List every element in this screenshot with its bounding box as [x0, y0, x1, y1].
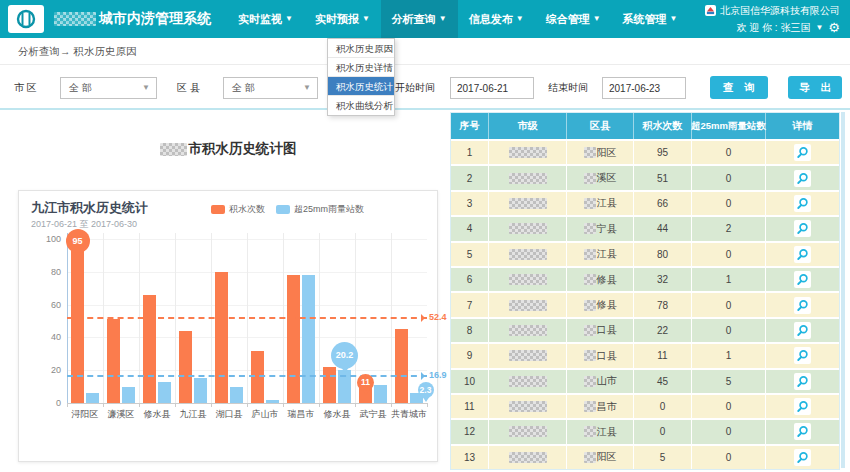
detail-button[interactable]: [794, 398, 811, 415]
legend-swatch: [276, 205, 290, 214]
redacted-district-prefix: [584, 376, 596, 387]
table-scrollbar[interactable]: [841, 112, 845, 468]
x-axis-category-label: 武宁县: [355, 408, 391, 421]
query-button[interactable]: 查 询: [710, 76, 768, 99]
breadcrumb: 分析查询→ 积水历史原因: [0, 38, 850, 65]
redacted-district-prefix: [584, 452, 596, 463]
app-title-text: 城市内涝管理系统: [99, 10, 211, 28]
x-axis-category-label: 九江县: [175, 408, 211, 421]
detail-button[interactable]: [794, 373, 811, 390]
menu-item-积水历史详情[interactable]: 积水历史详情: [328, 58, 394, 77]
row-no: 3: [467, 198, 473, 209]
nav-item-分析查询[interactable]: 分析查询▼: [381, 0, 458, 38]
nav-item-实时监视[interactable]: 实时监视▼: [227, 0, 304, 38]
nav-item-综合管理[interactable]: 综合管理▼: [535, 0, 612, 38]
legend-item-积水次数[interactable]: 积水次数: [211, 203, 265, 216]
redacted-district-prefix: [584, 401, 596, 412]
detail-button[interactable]: [794, 246, 811, 263]
end-time-label: 结束时间: [548, 81, 588, 95]
y-axis-tick-label: 80: [31, 267, 61, 277]
detail-button[interactable]: [794, 423, 811, 440]
detail-button[interactable]: [794, 170, 811, 187]
table-row: 4 宁县 44 2: [451, 215, 839, 240]
menu-item-积水曲线分析[interactable]: 积水曲线分析: [328, 96, 394, 115]
menu-item-积水历史原因[interactable]: 积水历史原因: [328, 39, 394, 58]
detail-button[interactable]: [794, 220, 811, 237]
x-axis-category-label: 修水县: [139, 408, 175, 421]
nav-item-系统管理[interactable]: 系统管理▼: [612, 0, 689, 38]
magnifier-icon: [796, 425, 809, 438]
flood-count: 45: [657, 376, 668, 387]
table-row: 2 溪区 51 0: [451, 164, 839, 189]
chevron-down-icon: ▼: [142, 78, 150, 98]
district-suffix: 溪区: [597, 171, 617, 185]
district-suffix: 江县: [597, 247, 617, 261]
nav-item-label: 实时监视: [238, 12, 282, 27]
start-date-input[interactable]: [450, 77, 534, 99]
main-nav: 实时监视▼实时预报▼分析查询▼信息发布▼综合管理▼系统管理▼: [227, 0, 689, 38]
app-title: 城市内涝管理系统: [54, 10, 211, 28]
menu-item-积水历史统计[interactable]: 积水历史统计: [328, 77, 394, 96]
page-title-text: 市积水历史统计图: [189, 140, 297, 158]
company-logo-icon: [705, 5, 716, 16]
city-select[interactable]: 全 部 ▼: [60, 77, 157, 99]
nav-item-实时预报[interactable]: 实时预报▼: [304, 0, 381, 38]
table-row: 5 江县 80 0: [451, 241, 839, 266]
station-count: 0: [726, 147, 732, 158]
detail-button[interactable]: [794, 449, 811, 466]
redacted-city-cell: [509, 198, 547, 209]
station-count: 0: [726, 401, 732, 412]
nav-item-label: 实时预报: [315, 12, 359, 27]
redacted-district-prefix: [584, 350, 596, 361]
x-axis-category-label: 共青城市: [391, 408, 427, 421]
nav-item-信息发布[interactable]: 信息发布▼: [458, 0, 535, 38]
average-line-label: 52.4: [429, 312, 447, 322]
bar-积水次数: [287, 275, 300, 403]
table-row: 3 江县 66 0: [451, 190, 839, 215]
chevron-down-icon: ▼: [362, 15, 370, 23]
flood-count: 66: [657, 198, 668, 209]
table-header-详情: 详情: [766, 113, 839, 139]
start-time-label: 开始时间: [395, 81, 435, 95]
district-label: 区 县: [177, 81, 200, 95]
flood-count: 78: [657, 300, 668, 311]
user-menu[interactable]: 欢 迎 你 : 张三国: [737, 21, 811, 35]
row-no: 5: [467, 249, 473, 260]
x-axis-category-label: 濂溪区: [103, 408, 139, 421]
row-no: 10: [464, 376, 475, 387]
detail-button[interactable]: [794, 271, 811, 288]
bar-积水次数: [107, 319, 120, 403]
district-suffix: 昌市: [597, 400, 617, 414]
row-no: 12: [464, 426, 475, 437]
gear-icon[interactable]: ⚙: [828, 21, 840, 34]
redacted-district-prefix: [584, 198, 596, 209]
table-row: 13 阳区 5 0: [451, 444, 839, 469]
detail-button[interactable]: [794, 347, 811, 364]
row-no: 2: [467, 173, 473, 184]
row-no: 1: [467, 147, 473, 158]
chevron-down-icon: ▼: [439, 15, 447, 23]
bar-超25mm雨量站数: [194, 378, 207, 403]
legend-swatch: [211, 205, 225, 214]
bar-超25mm雨量站数: [122, 387, 135, 403]
redacted-district-prefix: [584, 426, 596, 437]
district-suffix: 阳区: [597, 146, 617, 160]
table-header-序号: 序号: [451, 113, 489, 139]
bar-积水次数: [179, 331, 192, 403]
detail-button[interactable]: [794, 297, 811, 314]
row-no: 11: [464, 401, 474, 412]
flood-count: 95: [657, 147, 668, 158]
detail-button[interactable]: [794, 195, 811, 212]
end-date-input[interactable]: [602, 77, 686, 99]
detail-button[interactable]: [794, 322, 811, 339]
district-select[interactable]: 全 部 ▼: [223, 77, 318, 99]
district-suffix: 山市: [597, 374, 617, 388]
redacted-city-cell: [509, 401, 547, 412]
legend-item-超25mm雨量站数[interactable]: 超25mm雨量站数: [276, 203, 364, 216]
table-row: 1 阳区 95 0: [451, 139, 839, 164]
markpoint-bubble: 2.3: [418, 382, 434, 398]
district-select-value: 全 部: [232, 82, 255, 93]
x-axis-category-label: 瑞昌市: [283, 408, 319, 421]
export-button[interactable]: 导 出: [788, 76, 842, 99]
detail-button[interactable]: [794, 144, 811, 161]
